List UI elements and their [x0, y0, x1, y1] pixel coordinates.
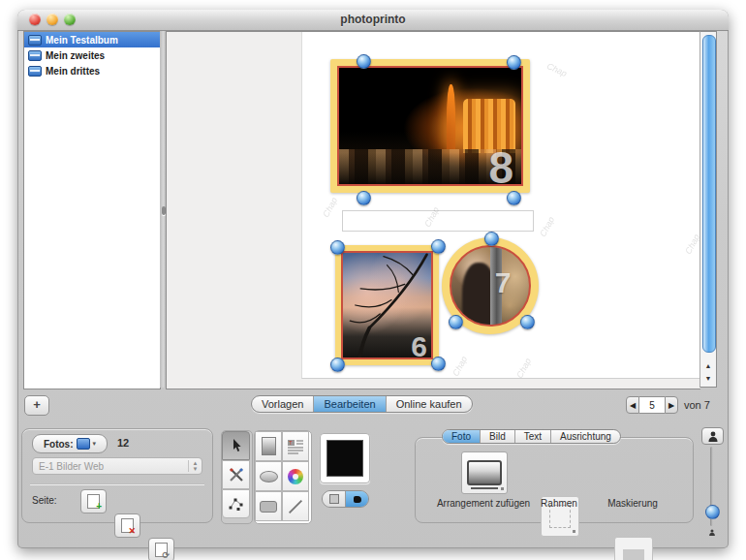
arrangement-add-button[interactable] — [461, 451, 508, 494]
vertical-scrollbar[interactable]: ▲ ▼ — [699, 31, 717, 388]
maskierung-button[interactable] — [614, 537, 653, 560]
color-wheel-icon — [288, 469, 303, 484]
add-album-button[interactable]: + — [24, 395, 49, 416]
ellipse-icon — [260, 471, 278, 482]
image-frame-icon — [262, 437, 276, 455]
selection-handle[interactable] — [520, 315, 535, 329]
page-item-number: 8 — [488, 145, 513, 186]
selection-handle[interactable] — [449, 315, 463, 329]
sidebar-item-zweites[interactable]: Mein zweites — [24, 47, 160, 63]
delete-page-button[interactable]: ✕ — [114, 513, 140, 538]
page-item-number: 6 — [411, 332, 427, 359]
tab-bild[interactable]: Bild — [481, 430, 515, 443]
person-large-icon — [707, 431, 719, 442]
sidebar-item-drittes[interactable]: Mein drittes — [24, 63, 160, 78]
rounded-rect-tool-button[interactable] — [255, 491, 282, 521]
inspector-tabs: Foto Bild Text Ausrichtung — [442, 429, 621, 444]
selection-handle[interactable] — [357, 191, 371, 205]
rahmen-label: Rahmen — [528, 498, 590, 509]
title-bar[interactable]: photoprinto — [17, 10, 729, 31]
page-pager: ◀ 5 ▶ von 7 — [626, 396, 710, 414]
text-layout-icon: T — [287, 439, 304, 454]
crossed-tools-icon — [229, 467, 244, 482]
selection-handle[interactable] — [330, 240, 345, 255]
arrangement-add-label: Arrangement zufügen — [429, 498, 538, 509]
cut-tool-button[interactable] — [222, 460, 250, 489]
app-window: photoprinto Mein Testalbum Mein zweites … — [17, 10, 729, 548]
photo-frame-tree[interactable]: 6 — [335, 245, 439, 365]
nodes-tool-button[interactable] — [222, 489, 250, 518]
page-count-label: von 7 — [684, 399, 710, 411]
page-delete-icon: ✕ — [121, 518, 134, 533]
page-item-number: 7 — [495, 268, 512, 297]
selection-handle[interactable] — [507, 55, 521, 70]
maskierung-label: Maskierung — [596, 498, 669, 509]
photo-person-circle[interactable]: 7 — [450, 245, 531, 327]
line-icon — [289, 499, 302, 513]
selection-handle[interactable] — [431, 357, 446, 371]
photo-night-city[interactable]: 8 — [339, 68, 521, 184]
prev-page-icon[interactable]: ◀ — [626, 396, 639, 414]
photo-frame-circle[interactable]: 7 — [442, 237, 539, 334]
fotos-popup-button[interactable]: Fotos: ▾ — [32, 434, 108, 453]
tab-foto[interactable]: Foto — [443, 430, 481, 443]
text-placeholder-frame[interactable] — [342, 210, 534, 232]
selection-handle[interactable] — [431, 239, 446, 254]
album-source-value: E-1 Bilder Web — [33, 461, 188, 472]
photo-count: 12 — [117, 437, 129, 449]
size-slider-thumb[interactable] — [705, 505, 720, 519]
select-stepper-icon: ▲ ▼ — [188, 460, 202, 472]
selection-tool-button[interactable] — [222, 431, 250, 460]
layout-canvas[interactable]: Chap Chap Chap Chap Chap Chap Chap 8 — [166, 31, 700, 389]
line-tool-button[interactable] — [282, 491, 309, 521]
tab-online-kaufen[interactable]: Online kaufen — [387, 396, 472, 412]
album-icon — [28, 35, 42, 46]
resize-dot-icon — [573, 530, 575, 533]
scroll-up-icon[interactable]: ▲ — [700, 359, 716, 372]
tab-ausrichtung[interactable]: Ausrichtung — [551, 430, 620, 443]
plus-glyph: + — [96, 502, 102, 512]
color-well[interactable] — [320, 433, 370, 483]
mode-tabs: Vorlagen Bearbeiten Online kaufen — [251, 395, 473, 413]
mask-icon — [623, 549, 644, 560]
tab-bearbeiten[interactable]: Bearbeiten — [314, 396, 386, 412]
photo-tree-sunset[interactable]: 6 — [343, 253, 431, 358]
rotate-glyph: ⟳ — [162, 551, 170, 560]
photo-frame-night[interactable]: 8 — [330, 59, 530, 193]
album-source-select[interactable]: E-1 Bilder Web ▲ ▼ — [32, 457, 202, 475]
window-title: photoprinto — [17, 13, 729, 26]
text-frame-tool-button[interactable]: T — [282, 431, 309, 461]
reset-page-button[interactable]: ⟳ — [148, 538, 174, 560]
resize-dot-icon — [501, 487, 504, 490]
selection-handle[interactable] — [484, 232, 499, 246]
album-list: Mein Testalbum Mein zweites Mein drittes — [23, 31, 161, 389]
stroke-icon — [329, 494, 339, 504]
svg-text:T: T — [289, 440, 293, 446]
scrollbar-thumb[interactable] — [702, 35, 716, 353]
seite-label: Seite: — [32, 495, 57, 506]
stroke-segment-button[interactable] — [323, 491, 346, 507]
current-color-swatch — [326, 440, 363, 477]
ellipse-tool-button[interactable] — [255, 461, 282, 491]
add-page-button[interactable]: + — [80, 489, 107, 513]
album-label: Mein Testalbum — [46, 35, 118, 46]
sidebar-item-testalbum[interactable]: Mein Testalbum — [24, 32, 160, 47]
selection-handle[interactable] — [507, 191, 521, 205]
page-reset-icon: ⟳ — [155, 543, 168, 557]
next-page-icon[interactable]: ▶ — [665, 396, 678, 414]
selection-handle[interactable] — [330, 358, 345, 372]
fill-stroke-segment — [322, 490, 369, 508]
scroll-down-icon[interactable]: ▼ — [700, 372, 716, 385]
fill-segment-button[interactable] — [346, 491, 368, 507]
image-frame-tool-button[interactable] — [255, 431, 282, 461]
zoom-large-button[interactable] — [701, 427, 724, 445]
selection-handle[interactable] — [357, 54, 371, 69]
scatter-nodes-icon — [228, 496, 244, 512]
tab-vorlagen[interactable]: Vorlagen — [252, 396, 314, 412]
page-add-icon: + — [87, 494, 100, 509]
color-wheel-tool-button[interactable] — [282, 461, 309, 491]
album-icon — [28, 50, 42, 61]
tab-text[interactable]: Text — [515, 430, 551, 443]
album-icon — [28, 66, 42, 77]
photos-groupbox: Fotos: ▾ 12 E-1 Bilder Web ▲ ▼ Seite: + … — [21, 428, 213, 523]
